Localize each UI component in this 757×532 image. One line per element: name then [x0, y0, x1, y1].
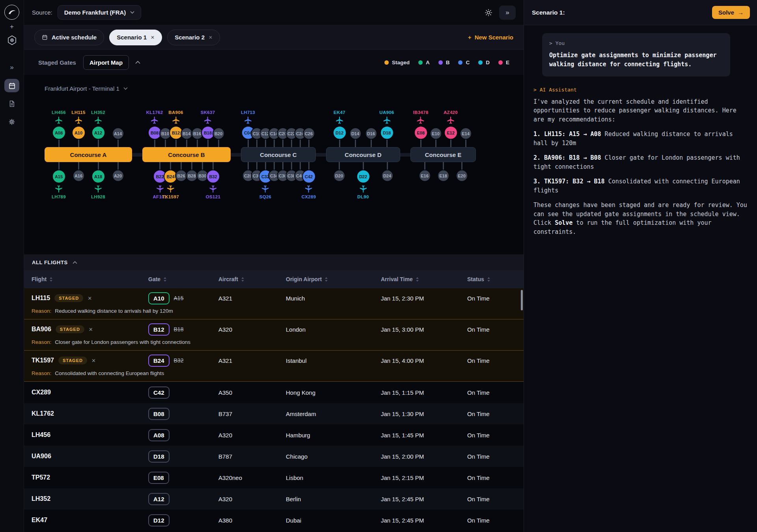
gate-D24[interactable]: D24 [375, 162, 399, 182]
gate-circle-E12[interactable]: E12 [444, 126, 458, 140]
gate-E12[interactable]: E12AZ420 [443, 126, 458, 147]
gate-chip-B08[interactable]: B08 [148, 408, 170, 420]
gate-C36[interactable]: C36 [278, 162, 287, 182]
sort-icon[interactable] [163, 277, 167, 282]
sort-icon[interactable] [49, 277, 53, 282]
gate-C26[interactable]: C26 [304, 127, 313, 147]
gate-D18[interactable]: D18UA906 [379, 126, 395, 147]
gate-B22[interactable]: B22AF101 [155, 162, 165, 183]
gate-circle-E18[interactable]: E18 [437, 170, 449, 182]
gate-B24[interactable]: B24TK1597 [165, 162, 176, 183]
sidebar-item-schedule[interactable] [4, 79, 19, 92]
collapse-panel-button[interactable]: » [499, 6, 516, 20]
gate-circle-A20[interactable]: A20 [112, 170, 124, 182]
table-row-KL1762[interactable]: KL1762B08B737AmsterdamJan 15, 1:30 PMOn … [24, 403, 524, 424]
gate-circle-A14[interactable]: A14 [112, 127, 124, 140]
gate-circle-B20[interactable]: B20 [213, 127, 225, 140]
gate-circle-D20[interactable]: D20 [333, 170, 345, 182]
gate-B08[interactable]: B08KL1762 [149, 126, 160, 147]
gate-A12[interactable]: A12LH352 [88, 126, 108, 147]
gate-circle-A16[interactable]: A16 [73, 170, 85, 182]
gate-E18[interactable]: E18 [434, 162, 453, 182]
column-header-aircraft[interactable]: Aircraft [218, 276, 286, 282]
gate-A14[interactable]: A14 [108, 127, 128, 147]
column-header-arrival-time[interactable]: Arrival Time [381, 276, 467, 282]
sidebar-item-documents[interactable] [4, 97, 19, 110]
gate-E08[interactable]: E08IB3478 [413, 126, 428, 147]
gate-circle-C26[interactable]: C26 [303, 127, 315, 140]
table-row-UA906[interactable]: UA906D18B787ChicagoJan 15, 2:00 PMOn Tim… [24, 446, 524, 467]
gate-circle-A10[interactable]: A10 [72, 126, 86, 140]
gate-A08[interactable]: A08LH456 [49, 126, 69, 147]
gate-B30[interactable]: B30 [197, 162, 208, 182]
table-row-LH115[interactable]: LH115STAGED✕A10A15A321MunichJan 15, 2:30… [24, 288, 524, 319]
gate-B32[interactable]: B32OS121 [208, 162, 218, 183]
gate-chip-B12[interactable]: B12 [148, 323, 170, 336]
sort-icon[interactable] [487, 277, 490, 282]
gate-chip-A08[interactable]: A08 [148, 429, 170, 441]
new-scenario-button[interactable]: + New Scenario [468, 34, 513, 41]
unstage-close-icon[interactable]: ✕ [91, 358, 96, 364]
gate-circle-D18[interactable]: D18 [380, 126, 394, 140]
all-flights-section-header[interactable]: ALL FLIGHTS [24, 254, 524, 270]
concourse-block-d[interactable]: Concourse D [326, 147, 400, 162]
table-row-EK47[interactable]: EK47D12A380DubaiJan 15, 2:45 PMOn Time [24, 510, 524, 531]
table-row-LH352[interactable]: LH352A12A320BerlinJan 15, 2:45 PMOn Time [24, 488, 524, 510]
gate-circle-D22[interactable]: D22 [356, 170, 370, 183]
gate-B28[interactable]: B28 [186, 162, 197, 182]
tab-active-schedule[interactable]: Active schedule [34, 30, 104, 45]
expand-sidebar-icon[interactable]: » [4, 61, 19, 74]
gate-B14[interactable]: B14 [181, 127, 192, 147]
gate-B16[interactable]: B16 [192, 127, 203, 147]
gate-circle-E10[interactable]: E10 [430, 127, 442, 140]
table-scrollbar[interactable] [521, 290, 523, 310]
gate-D14[interactable]: D14 [347, 127, 363, 147]
gate-circle-B32[interactable]: B32 [206, 170, 220, 183]
gate-circle-D16[interactable]: D16 [365, 127, 377, 140]
gate-chip-C42[interactable]: C42 [148, 386, 170, 399]
gate-circle-E14[interactable]: E14 [460, 127, 472, 140]
sort-icon[interactable] [241, 277, 244, 282]
table-row-CX289[interactable]: CX289C42A350Hong KongJan 15, 1:15 PMOn T… [24, 382, 524, 403]
unstage-close-icon[interactable]: ✕ [88, 295, 92, 301]
gate-E16[interactable]: E16 [416, 162, 434, 182]
gate-chip-D18[interactable]: D18 [148, 450, 170, 463]
column-header-origin-airport[interactable]: Origin Airport [286, 276, 381, 282]
column-header-flight[interactable]: Flight [24, 276, 148, 282]
gate-D16[interactable]: D16 [363, 127, 379, 147]
add-icon[interactable]: + [10, 23, 14, 31]
gate-D20[interactable]: D20 [327, 162, 351, 182]
table-row-LH456[interactable]: LH456A08A320HamburgJan 15, 1:45 PMOn Tim… [24, 424, 524, 446]
gate-circle-C42[interactable]: C42 [302, 170, 316, 183]
close-icon[interactable]: ✕ [151, 35, 155, 40]
concourse-block-c[interactable]: Concourse C [241, 147, 316, 162]
concourse-block-a[interactable]: Concourse A [45, 147, 132, 162]
gate-circle-E16[interactable]: E16 [419, 170, 431, 182]
gate-A18[interactable]: A18LH928 [88, 162, 108, 183]
gate-B10[interactable]: B10 [160, 127, 171, 147]
gate-circle-D24[interactable]: D24 [381, 170, 393, 182]
close-icon[interactable]: ✕ [209, 35, 213, 40]
tab-scenario-2[interactable]: Scenario 2✕ [167, 30, 220, 45]
gate-C04[interactable]: C04LH713 [244, 126, 252, 147]
gate-chip-E08[interactable]: E08 [148, 472, 169, 484]
hexagon-eye-icon[interactable] [7, 35, 17, 46]
gate-circle-D12[interactable]: D12 [333, 126, 347, 140]
toggle-airport-map[interactable]: Airport Map [83, 55, 129, 70]
sort-icon[interactable] [416, 277, 419, 282]
concourse-block-b[interactable]: Concourse B [142, 147, 231, 162]
gate-C28[interactable]: C28 [244, 162, 252, 182]
chevron-up-icon[interactable] [135, 61, 140, 64]
gate-circle-E08[interactable]: E08 [414, 126, 428, 140]
gate-C38[interactable]: C38 [287, 162, 296, 182]
gate-B26[interactable]: B26 [176, 162, 186, 182]
gate-B20[interactable]: B20 [213, 127, 224, 147]
gate-circle-A08[interactable]: A08 [52, 126, 66, 140]
gate-A10[interactable]: A10LH115 [69, 126, 88, 147]
sort-icon[interactable] [324, 277, 328, 282]
gate-A20[interactable]: A20 [108, 162, 128, 182]
theme-sun-icon[interactable] [484, 8, 493, 17]
gate-E20[interactable]: E20 [453, 162, 471, 182]
gate-circle-A18[interactable]: A18 [91, 170, 105, 183]
table-row-BA906[interactable]: BA906STAGED✕B12B18A320LondonJan 15, 3:00… [24, 319, 524, 351]
